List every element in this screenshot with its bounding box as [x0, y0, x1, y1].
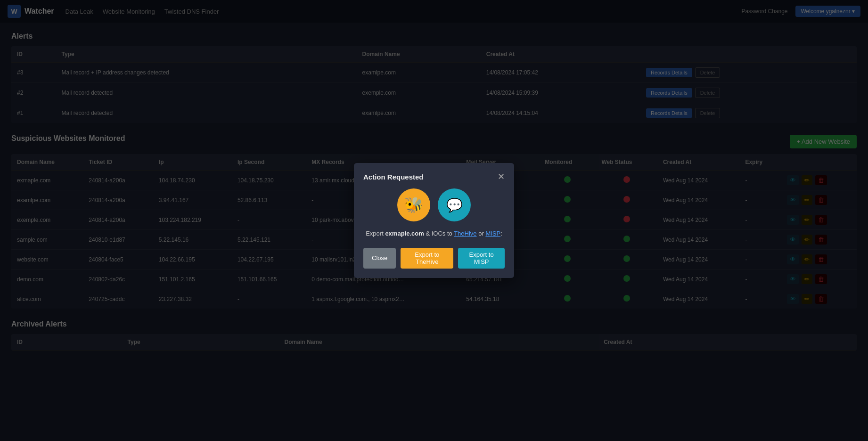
modal-or: or: [478, 230, 484, 237]
thehive-link[interactable]: TheHive: [454, 230, 476, 237]
modal-domain: exmaple.com: [385, 230, 424, 237]
modal-text-middle: & IOCs to: [426, 230, 452, 237]
close-modal-button[interactable]: Close: [363, 248, 396, 269]
misp-link[interactable]: MISP: [485, 230, 500, 237]
modal-header: Action Requested ✕: [363, 172, 505, 181]
modal-close-button[interactable]: ✕: [498, 172, 505, 181]
modal-title: Action Requested: [363, 173, 424, 181]
modal-footer: Close Export to TheHive Export to MISP: [363, 248, 505, 269]
misp-icon: 💬: [438, 188, 471, 221]
action-modal: Action Requested ✕ 🐝 💬 Export exmaple.co…: [354, 163, 514, 278]
modal-text: Export exmaple.com & IOCs to TheHive or …: [363, 229, 505, 238]
modal-icons: 🐝 💬: [363, 188, 505, 221]
export-hive-button[interactable]: Export to TheHive: [401, 248, 453, 269]
export-misp-button[interactable]: Export to MISP: [458, 248, 505, 269]
hive-icon: 🐝: [397, 188, 430, 221]
modal-overlay: Action Requested ✕ 🐝 💬 Export exmaple.co…: [0, 0, 868, 441]
modal-text-prefix: Export: [366, 230, 384, 237]
